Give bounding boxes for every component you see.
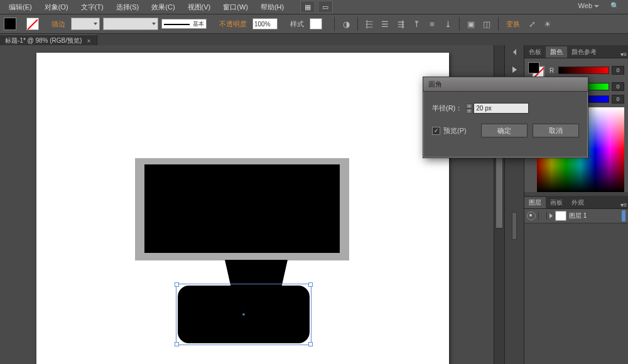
selection-handle[interactable] [175, 282, 179, 287]
align-hcenter-icon[interactable]: ☰ [379, 18, 391, 30]
arrange-docs-icon[interactable]: ▦ [300, 1, 315, 13]
document-tab-strip: 标题-1* @ 98% (RGB/预览) × [0, 33, 628, 46]
radius-input[interactable]: 20 px [474, 103, 529, 114]
search-icon[interactable]: 🔍 [608, 0, 622, 11]
shape-monitor-screen[interactable] [144, 164, 340, 253]
layer-selection-color[interactable] [622, 210, 625, 222]
selection-handle[interactable] [175, 342, 179, 346]
menu-object[interactable]: 对象(O) [38, 1, 75, 14]
fill-swatch[interactable] [4, 18, 16, 30]
tab-color[interactable]: 颜色 [546, 46, 567, 58]
edit-similar-icon[interactable]: ☀ [541, 18, 554, 30]
menu-bar: 编辑(E) 对象(O) 文字(T) 选择(S) 效果(C) 视图(V) 窗口(W… [0, 0, 628, 14]
shape-mode-icon[interactable]: ▣ [465, 18, 477, 30]
align-right-icon[interactable]: ⇶ [394, 18, 407, 30]
stroke-profile-field[interactable] [103, 18, 158, 30]
align-vcenter-icon[interactable]: ≡ [426, 18, 438, 30]
selection-handle[interactable] [308, 282, 313, 287]
dialog-titlebar[interactable]: 圆角 [423, 77, 588, 92]
expand-dock-icon[interactable] [513, 49, 516, 55]
panel-resize-handle[interactable] [512, 212, 517, 240]
b-value[interactable]: 0 [612, 95, 624, 104]
menu-type[interactable]: 文字(T) [75, 1, 110, 14]
menu-view[interactable]: 视图(V) [181, 1, 217, 14]
artboard [36, 53, 449, 364]
preview-checkbox[interactable]: ✓ 预览(P) [432, 126, 467, 136]
layer-name[interactable]: 图层 1 [569, 211, 587, 220]
stroke-swatch[interactable] [26, 18, 39, 30]
control-bar: 描边 基本 不透明度 100% 样式 ◑ ⬱ ☰ ⇶ ⤒ ≡ ⤓ ▣ ◫ 变换 … [0, 14, 628, 33]
selection-bounds[interactable] [176, 284, 311, 345]
tab-color-guide[interactable]: 颜色参考 [567, 46, 601, 58]
menu-effect[interactable]: 效果(C) [145, 1, 181, 14]
disclosure-icon[interactable] [550, 213, 553, 218]
pathfinder-icon[interactable]: ◫ [480, 18, 493, 30]
selection-center[interactable] [243, 314, 245, 316]
menu-edit[interactable]: 编辑(E) [3, 1, 38, 14]
document-tab-title: 标题-1* @ 98% (RGB/预览) [5, 36, 82, 45]
lock-toggle[interactable] [538, 212, 547, 220]
layers-panel: 图层 1 [524, 209, 628, 364]
screen-mode-icon[interactable]: ▭ [318, 1, 333, 13]
selection-handle[interactable] [308, 342, 313, 346]
tab-swatches[interactable]: 色板 [524, 46, 546, 58]
opacity-label[interactable]: 不透明度 [219, 19, 247, 29]
layer-row[interactable]: 图层 1 [524, 209, 628, 223]
library-icon[interactable] [512, 67, 517, 73]
close-tab-icon[interactable]: × [87, 38, 90, 45]
tab-layers[interactable]: 图层 [524, 197, 546, 208]
cancel-button[interactable]: 取消 [533, 124, 579, 137]
align-top-icon[interactable]: ⤒ [410, 18, 423, 30]
opacity-field[interactable]: 100% [252, 18, 278, 29]
r-value[interactable]: 0 [612, 66, 624, 75]
preview-label: 预览(P) [443, 126, 467, 136]
menu-help[interactable]: 帮助(H) [254, 1, 290, 14]
style-label: 样式 [290, 19, 304, 29]
tab-artboards[interactable]: 画板 [546, 197, 567, 208]
layer-thumb [555, 211, 566, 221]
align-left-icon[interactable]: ⬱ [363, 18, 376, 30]
tab-appearance[interactable]: 外观 [567, 197, 588, 208]
align-bottom-icon[interactable]: ⤓ [441, 18, 454, 30]
checkbox-icon: ✓ [432, 127, 440, 135]
r-label: R [550, 67, 556, 74]
isolate-icon[interactable]: ⤢ [526, 18, 538, 30]
stroke-label[interactable]: 描边 [51, 19, 65, 29]
graphic-style-field[interactable] [310, 18, 322, 29]
fill-proxy[interactable] [528, 62, 539, 73]
layers-panel-tabs: 图层 画板 外观 ▾≡ [524, 196, 628, 209]
panel-menu-icon[interactable]: ▾≡ [619, 201, 628, 208]
round-corners-dialog: 圆角 半径(R)： ▴▾ 20 px ✓ 预览(P) 确定 取消 [423, 77, 588, 158]
color-panel-tabs: 色板 颜色 颜色参考 ▾≡ [524, 45, 628, 58]
g-value[interactable]: 0 [612, 82, 624, 91]
brush-def-field[interactable]: 基本 [161, 19, 207, 29]
transform-label[interactable]: 变换 [506, 19, 520, 29]
radius-label: 半径(R)： [432, 104, 462, 113]
radius-spinner[interactable]: ▴▾ [466, 104, 472, 114]
recolor-icon[interactable]: ◑ [340, 18, 352, 30]
menu-select[interactable]: 选择(S) [110, 1, 146, 14]
ok-button[interactable]: 确定 [481, 124, 528, 137]
r-slider[interactable] [558, 67, 609, 74]
workspace-switcher[interactable]: Web [573, 0, 604, 11]
menu-window[interactable]: 窗口(W) [217, 1, 254, 14]
panel-menu-icon[interactable]: ▾≡ [619, 51, 628, 58]
stroke-weight-field[interactable] [71, 18, 100, 30]
visibility-toggle-icon[interactable] [527, 211, 536, 220]
